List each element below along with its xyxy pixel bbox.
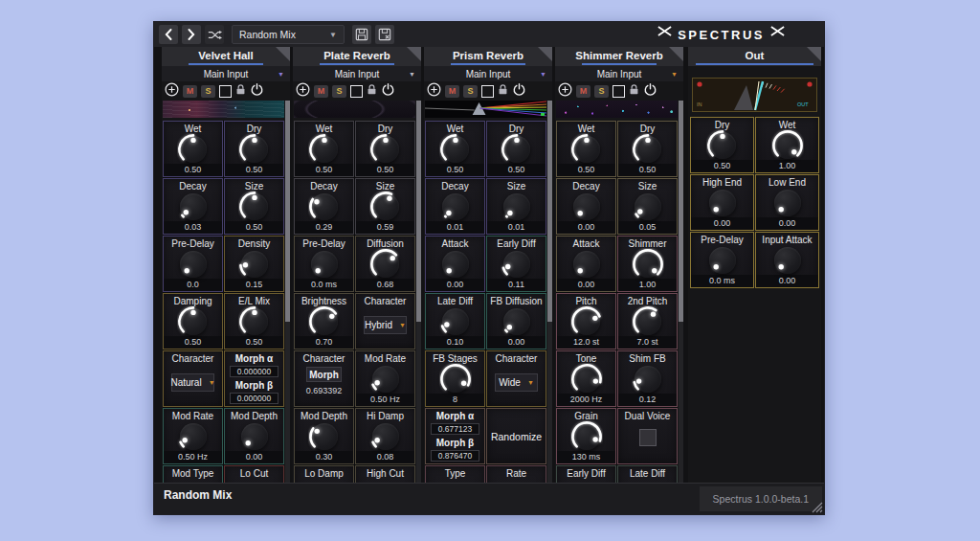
density-knob[interactable] [238, 248, 271, 281]
decay-knob[interactable] [439, 191, 472, 223]
scrollbar-thumb[interactable] [679, 101, 683, 322]
add-icon[interactable] [427, 82, 441, 101]
lock-icon[interactable] [498, 82, 508, 100]
tab-plate-reverb[interactable]: Plate Reverb [293, 47, 421, 66]
late-diff-knob[interactable] [439, 305, 472, 338]
enable-checkbox[interactable] [350, 85, 363, 98]
scrollbar-thumb[interactable] [416, 101, 421, 322]
e-l-mix-knob[interactable] [238, 305, 271, 338]
decay-knob[interactable] [308, 191, 341, 223]
scrollbar-thumb[interactable] [547, 101, 552, 322]
scrollbar[interactable] [679, 101, 683, 483]
mod-depth-knob[interactable] [308, 420, 341, 453]
solo-button[interactable]: S [332, 85, 346, 98]
input-selector[interactable]: Main Input▼ [293, 66, 421, 81]
size-knob[interactable] [238, 191, 271, 223]
low-end-knob[interactable] [771, 187, 804, 219]
wet-knob[interactable] [570, 133, 603, 166]
decay-knob[interactable] [570, 191, 603, 223]
pre-delay-knob[interactable] [706, 244, 739, 277]
power-button[interactable] [381, 82, 395, 101]
wet-knob[interactable] [771, 129, 804, 162]
shuffle-button[interactable] [205, 25, 224, 44]
pre-delay-knob[interactable] [308, 248, 341, 281]
size-knob[interactable] [632, 191, 664, 223]
mod-rate-knob[interactable] [369, 363, 402, 395]
tab-velvet-hall[interactable]: Velvet Hall [162, 47, 290, 66]
decay-knob[interactable] [177, 191, 210, 223]
input-selector[interactable]: Main Input▼ [555, 66, 683, 81]
scrollbar-thumb[interactable] [285, 101, 290, 322]
next-preset-button[interactable] [182, 25, 201, 44]
damping-knob[interactable] [177, 305, 210, 338]
tab-shimmer-reverb[interactable]: Shimmer Reverb [555, 47, 683, 66]
enable-checkbox[interactable] [219, 85, 232, 98]
enable-checkbox[interactable] [612, 85, 625, 98]
mute-button[interactable]: M [183, 85, 197, 98]
mute-button[interactable]: M [314, 85, 328, 98]
wet-knob[interactable] [439, 133, 472, 166]
tab-prism-reverb[interactable]: Prism Reverb [424, 47, 552, 66]
enable-checkbox[interactable] [481, 85, 494, 98]
brightness-knob[interactable] [308, 305, 341, 338]
character-select[interactable]: Hybrid▼ [364, 316, 407, 334]
shimmer-knob[interactable] [632, 248, 664, 281]
pre-delay-knob[interactable] [177, 248, 210, 281]
2nd-pitch-knob[interactable] [632, 305, 664, 338]
high-end-knob[interactable] [706, 187, 739, 219]
tone-knob[interactable] [570, 363, 603, 395]
power-button[interactable] [512, 82, 526, 101]
shim-fb-knob[interactable] [632, 363, 664, 395]
preset-selector[interactable]: Random Mix ▼ [232, 25, 345, 44]
input-attack-knob[interactable] [771, 244, 804, 277]
diffusion-knob[interactable] [369, 248, 402, 281]
dry-knob[interactable] [369, 133, 402, 166]
size-knob[interactable] [501, 191, 533, 223]
solo-button[interactable]: S [201, 85, 215, 98]
dry-knob[interactable] [706, 129, 739, 162]
scrollbar[interactable] [285, 101, 290, 483]
morph-field[interactable]: 0.000000 [230, 366, 278, 377]
attack-knob[interactable] [439, 248, 472, 281]
morph-field[interactable]: 0.677123 [431, 423, 479, 435]
dual-voice-checkbox[interactable] [639, 429, 657, 446]
solo-button[interactable]: S [463, 85, 478, 98]
randomize-button[interactable]: Randomize [487, 409, 546, 463]
size-knob[interactable] [369, 191, 402, 223]
scrollbar[interactable] [547, 101, 552, 483]
dry-knob[interactable] [501, 133, 533, 166]
add-icon[interactable] [296, 82, 310, 101]
mute-button[interactable]: M [576, 85, 590, 98]
morph-field[interactable]: 0.876470 [431, 450, 479, 462]
tab-out[interactable]: Out [688, 47, 821, 66]
morph-field[interactable]: 0.000000 [230, 393, 278, 404]
power-button[interactable] [250, 82, 264, 101]
input-selector[interactable]: Main Input▼ [424, 66, 552, 81]
early-diff-knob[interactable] [501, 248, 533, 281]
pitch-knob[interactable] [570, 305, 603, 338]
scrollbar[interactable] [416, 101, 421, 483]
fb-stages-knob[interactable] [439, 363, 472, 395]
dry-knob[interactable] [238, 133, 271, 166]
lock-icon[interactable] [235, 82, 246, 100]
save-as-button[interactable] [375, 25, 394, 44]
resize-grip[interactable] [811, 501, 823, 513]
mod-rate-knob[interactable] [177, 420, 210, 453]
hi-damp-knob[interactable] [369, 420, 402, 453]
save-button[interactable] [352, 25, 371, 44]
lock-icon[interactable] [367, 82, 377, 100]
character-select[interactable]: Wide▼ [495, 373, 538, 392]
solo-button[interactable]: S [594, 85, 609, 98]
dry-knob[interactable] [632, 133, 664, 166]
mod-depth-knob[interactable] [238, 420, 271, 453]
grain-knob[interactable] [570, 420, 603, 453]
morph-button[interactable]: Morph [306, 367, 342, 382]
mute-button[interactable]: M [445, 85, 459, 98]
power-button[interactable] [643, 82, 657, 101]
lock-icon[interactable] [629, 82, 639, 100]
add-icon[interactable] [558, 82, 572, 101]
add-icon[interactable] [165, 82, 179, 101]
wet-knob[interactable] [177, 133, 210, 166]
input-selector[interactable]: Main Input▼ [162, 66, 290, 81]
attack-knob[interactable] [570, 248, 603, 281]
